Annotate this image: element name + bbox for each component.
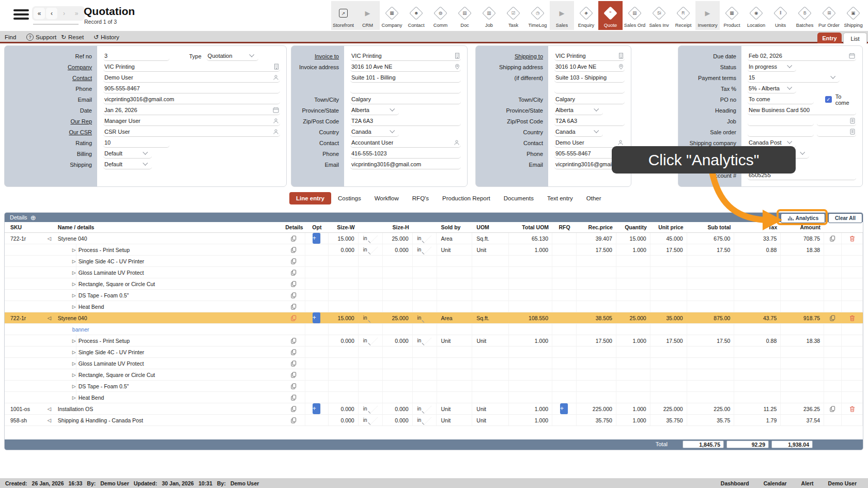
cell-total-uom[interactable]: 1.000 [509,403,552,414]
cell-quantity[interactable]: 1.000 [616,335,650,346]
row-expand-icon[interactable]: ▷ [72,392,76,403]
cell-size-h[interactable]: 0.000 [383,335,413,346]
app-batches[interactable]: BBatches [793,1,817,30]
cell-sub-total[interactable]: 225.00 [687,403,735,414]
cell-tax[interactable]: 43.75 [734,312,781,323]
cell-name[interactable]: ▷Single Side 4C - UV Printer [55,347,283,357]
copy-line-icon[interactable] [283,381,305,391]
input-email[interactable]: vicprinting3016@gmail.com [350,160,461,169]
cell-uom[interactable]: Unit [472,335,509,346]
input-town-city[interactable]: Calgary [350,95,461,104]
tab-costings[interactable]: Costings [331,192,368,204]
nav-prev-button[interactable]: ‹ [46,8,57,19]
cell-tax[interactable]: 1.79 [734,415,781,426]
tab-production-report[interactable]: Production Report [436,192,497,204]
cell-name[interactable]: ▷Gloss Laminate UV Protect [55,358,283,369]
input-zip-post-code[interactable]: T2A 6A3 [350,117,461,126]
row-expand-icon[interactable]: ▷ [72,369,76,380]
row-collapse-icon[interactable]: ◁ [40,233,55,244]
field-label-our-csr[interactable]: Our CSR [5,127,97,137]
nav-first-button[interactable]: « [34,8,45,19]
app-doc[interactable]: ▤Doc [453,1,477,30]
cell-size-h[interactable]: 25.000 [383,312,413,323]
app-units[interactable]: ‖Units [768,1,793,30]
select-billing[interactable]: Default [103,149,152,159]
copy-line-icon[interactable] [283,369,305,380]
size-w-unit-select[interactable]: in [359,335,383,346]
cell-sub-total[interactable]: 875.00 [687,312,735,323]
tab-documents[interactable]: Documents [497,192,540,204]
cell-uom[interactable]: Sq.ft. [472,233,509,244]
cell-sub-total[interactable]: 17.50 [687,244,735,255]
input-zip-post-code[interactable]: T2A 6A3 [554,117,625,126]
input-heading[interactable]: New Business Card 500 [748,106,856,115]
input-rating[interactable]: 10 [103,138,169,148]
clear-all-button[interactable]: Clear All [828,213,862,223]
cell-size-w[interactable]: 0.000 [329,244,359,255]
select-payment-terms[interactable]: 15 [748,73,840,83]
cell-name[interactable]: ▷Heat Bend [55,301,283,312]
row-expand-icon[interactable]: ▷ [72,244,76,255]
input-our-csr[interactable]: CSR User [103,128,280,137]
cell-name[interactable]: ▷DS Tape - Foam 0.5" [55,290,283,301]
cell-size-w[interactable]: 15.000 [329,233,359,244]
view-tab-list[interactable]: List [843,33,867,44]
app-product[interactable]: ▦Product [720,1,744,30]
cell-total-uom[interactable]: 1.000 [509,335,552,346]
field-label-invoice-to[interactable]: Invoice to [291,51,344,61]
duplicate-row-icon[interactable] [824,403,842,414]
cell-name[interactable]: ▷Process - Print Setup [55,244,283,255]
size-w-unit-select[interactable]: in [359,244,383,255]
input-date[interactable]: Jan 26, 2026 [103,106,280,115]
field-label-company[interactable]: Company [5,61,97,72]
footer-link-demo-user[interactable]: Demo User [828,480,857,486]
input-invoice-address[interactable]: 3016 10 Ave NE [350,62,461,72]
cell-unit-price[interactable]: 45.000 [650,233,687,244]
select-province-state[interactable]: Alberta [350,106,399,115]
cell-tax[interactable]: 11.25 [734,403,781,414]
input-company[interactable]: VIC Printing [103,62,280,72]
option-add-button[interactable]: + [305,312,329,323]
cell-uom[interactable]: Sq.ft. [472,312,509,323]
size-w-unit-select[interactable]: in [359,233,383,244]
cell-name[interactable]: ▷Gloss Laminate UV Protect [55,267,283,278]
delete-row-icon[interactable] [842,233,863,244]
nav-next-button[interactable]: › [58,8,70,19]
cell-amount[interactable]: 37.54 [781,415,824,426]
cell-sold-by[interactable]: Unit [437,335,473,346]
cell-sold-by[interactable]: Area [437,312,472,323]
copy-line-icon[interactable] [283,415,305,426]
row-expand-icon[interactable]: ▷ [72,381,76,391]
cell-amount[interactable]: 918.75 [781,312,824,323]
cell-size-h[interactable]: 0.000 [383,403,413,414]
copy-line-icon[interactable] [283,267,305,278]
cell-total-uom[interactable]: 1.000 [509,415,552,426]
copy-line-icon[interactable] [283,403,305,414]
app-enquiry[interactable]: ◈Enquiry [574,1,598,30]
cell-amount[interactable]: 18.38 [781,335,824,346]
cell-sold-by[interactable]: Unit [437,244,473,255]
cell-quantity[interactable]: 15.000 [616,233,650,244]
cell-sold-by[interactable]: Area [437,233,472,244]
input-phone[interactable]: 905-555-8467 [103,84,280,93]
cell-name[interactable]: ▷Single Side 4C - UV Printer [55,256,283,266]
cell-name[interactable]: ▷Process - Print Setup [55,335,283,346]
cell-size-w[interactable]: 15.000 [329,312,359,323]
cell-unit-price[interactable]: 35.750 [650,415,687,426]
select-shipping[interactable]: Default [103,160,152,169]
input--if-different-[interactable]: Suite 103 - Shipping [554,73,625,83]
cell-unit-price[interactable]: 225.000 [650,403,687,414]
cell-name[interactable]: Shipping & Handling - Canada Post [55,415,283,426]
cell-name[interactable]: ▷Rectangle, Square or Circle Cut [55,369,283,380]
add-line-icon[interactable]: ⊕ [30,214,36,222]
cell-unit-price[interactable]: 17.500 [650,244,687,255]
select-country[interactable]: Canada [350,128,399,137]
app-comm[interactable]: ◍Comm [428,1,453,30]
input-secondary[interactable] [817,128,856,137]
app-job[interactable]: ▥Job [477,1,501,30]
cell-uom[interactable]: Unit [472,403,509,414]
copy-line-icon[interactable] [283,347,305,357]
cell-tax[interactable]: 0.88 [734,244,781,255]
cell-size-h[interactable]: 0.000 [383,244,413,255]
row-expand-icon[interactable]: ▷ [72,358,76,369]
